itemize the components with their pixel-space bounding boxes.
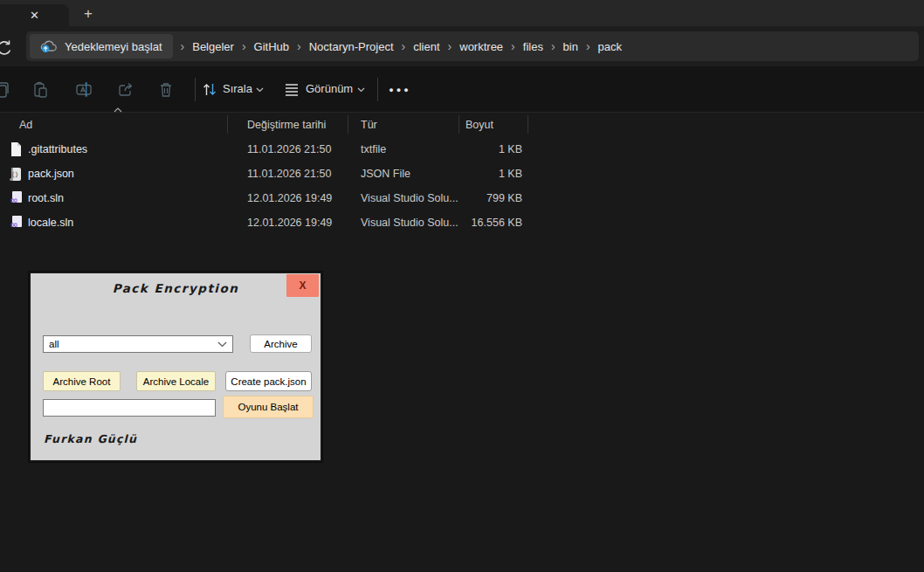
breadcrumb-item-onedrive[interactable]: Yedeklemeyi başlat bbox=[30, 34, 173, 59]
column-header-modified[interactable]: Değiştirme tarihi bbox=[247, 114, 326, 136]
refresh-icon[interactable] bbox=[0, 38, 13, 57]
file-name[interactable]: .gitattributes bbox=[28, 137, 87, 162]
column-header-size[interactable]: Boyut bbox=[465, 114, 493, 136]
table-row[interactable]: ∞ locale.sln 12.01.2026 19:49 Visual Stu… bbox=[0, 210, 559, 235]
table-row[interactable]: .gitattributes 11.01.2026 21:50 txtfile … bbox=[0, 137, 559, 162]
command-toolbar: Sırala Görünüm ●●● bbox=[0, 66, 924, 113]
chevron-down-icon bbox=[217, 341, 227, 348]
navigation-bar: Yedeklemeyi başlat › Belgeler › GitHub ›… bbox=[0, 26, 924, 66]
visual-studio-file-icon: ∞ bbox=[9, 215, 23, 230]
file-modified: 12.01.2026 19:49 bbox=[247, 186, 332, 210]
toolbar-divider bbox=[377, 78, 378, 101]
target-select-value: all bbox=[49, 339, 59, 349]
sort-icon bbox=[202, 81, 217, 98]
column-divider[interactable] bbox=[459, 115, 459, 134]
svg-text:{}: {} bbox=[11, 171, 18, 178]
view-icon bbox=[284, 81, 300, 97]
tab-close-icon[interactable]: ✕ bbox=[24, 8, 45, 23]
chevron-down-icon bbox=[357, 87, 365, 93]
dialog-title: Pack Encryption bbox=[31, 281, 321, 295]
breadcrumb-label[interactable]: Yedeklemeyi başlat bbox=[65, 40, 162, 53]
breadcrumb-item-bin[interactable]: bin bbox=[563, 40, 578, 53]
dialog-close-button[interactable]: X bbox=[286, 274, 319, 297]
column-divider[interactable] bbox=[227, 115, 228, 134]
column-divider[interactable] bbox=[348, 115, 348, 134]
file-size: 799 KB bbox=[437, 186, 522, 210]
delete-icon[interactable] bbox=[158, 81, 174, 98]
column-header-type[interactable]: Tür bbox=[361, 114, 377, 136]
breadcrumb-chevron-icon: › bbox=[440, 40, 460, 52]
chevron-down-icon bbox=[256, 87, 264, 93]
password-input[interactable] bbox=[43, 399, 216, 417]
tab-bar: ✕ + bbox=[0, 0, 924, 26]
column-divider[interactable] bbox=[528, 115, 528, 134]
start-game-button[interactable]: Oyunu Başlat bbox=[223, 396, 314, 418]
breadcrumb-chevron-icon: › bbox=[503, 40, 523, 52]
breadcrumb-item-pack[interactable]: pack bbox=[598, 40, 622, 53]
breadcrumb-chevron-icon: › bbox=[289, 40, 309, 52]
sort-ascending-indicator-icon bbox=[114, 107, 122, 113]
table-row[interactable]: ∞ root.sln 12.01.2026 19:49 Visual Studi… bbox=[0, 186, 559, 210]
breadcrumb-chevron-icon: › bbox=[394, 40, 414, 52]
file-size: 16.556 KB bbox=[437, 210, 522, 235]
file-size: 1 KB bbox=[437, 137, 522, 162]
breadcrumb-chevron-icon: › bbox=[578, 40, 598, 52]
text-file-icon bbox=[9, 141, 23, 157]
archive-button[interactable]: Archive bbox=[250, 334, 312, 353]
column-header-name[interactable]: Ad bbox=[19, 114, 32, 136]
breadcrumb-item-github[interactable]: GitHub bbox=[254, 40, 289, 53]
file-name[interactable]: root.sln bbox=[28, 186, 64, 210]
copy-icon[interactable] bbox=[0, 81, 10, 99]
pack-encryption-dialog: Pack Encryption X all Archive Archive Ro… bbox=[29, 272, 322, 462]
more-options-button[interactable]: ●●● bbox=[388, 79, 412, 101]
file-modified: 12.01.2026 19:49 bbox=[247, 210, 332, 235]
json-file-icon: {} bbox=[9, 166, 23, 182]
explorer-tab[interactable]: ✕ bbox=[0, 4, 69, 26]
view-button[interactable]: Görünüm bbox=[306, 82, 353, 95]
rename-icon[interactable] bbox=[75, 81, 93, 98]
new-tab-button[interactable]: + bbox=[77, 3, 100, 24]
breadcrumb-item-worktree[interactable]: worktree bbox=[459, 40, 503, 53]
create-pack-json-button[interactable]: Create pack.json bbox=[225, 371, 312, 391]
archive-locale-button[interactable]: Archive Locale bbox=[136, 371, 216, 391]
target-select[interactable]: all bbox=[43, 335, 233, 353]
breadcrumb-item-files[interactable]: files bbox=[523, 40, 543, 53]
breadcrumb-item-client[interactable]: client bbox=[413, 40, 439, 53]
file-name[interactable]: pack.json bbox=[28, 162, 74, 186]
breadcrumb-chevron-icon: › bbox=[234, 40, 254, 52]
breadcrumb-chevron-icon: › bbox=[173, 40, 193, 52]
file-size: 1 KB bbox=[437, 162, 522, 186]
breadcrumb-chevron-icon: › bbox=[543, 40, 563, 52]
table-row[interactable]: {} pack.json 11.01.2026 21:50 JSON File … bbox=[0, 162, 559, 186]
breadcrumb-item-noctaryn-project[interactable]: Noctaryn-Project bbox=[309, 40, 394, 53]
svg-text:∞: ∞ bbox=[10, 195, 17, 205]
file-name[interactable]: locale.sln bbox=[28, 210, 73, 235]
share-icon[interactable] bbox=[117, 81, 134, 98]
toolbar-divider bbox=[195, 78, 196, 101]
onedrive-backup-icon bbox=[40, 40, 57, 53]
svg-text:∞: ∞ bbox=[10, 219, 17, 230]
author-signature: Furkan Güçlü bbox=[44, 432, 137, 445]
sort-button[interactable]: Sırala bbox=[223, 82, 252, 95]
visual-studio-file-icon: ∞ bbox=[9, 190, 23, 205]
paste-icon[interactable] bbox=[32, 81, 49, 98]
archive-root-button[interactable]: Archive Root bbox=[43, 371, 121, 391]
file-modified: 11.01.2026 21:50 bbox=[247, 137, 331, 162]
file-type: JSON File bbox=[361, 162, 410, 186]
breadcrumb-item-belgeler[interactable]: Belgeler bbox=[192, 40, 234, 53]
file-modified: 11.01.2026 21:50 bbox=[247, 162, 331, 186]
file-type: txtfile bbox=[361, 137, 386, 162]
breadcrumb[interactable]: Yedeklemeyi başlat › Belgeler › GitHub ›… bbox=[26, 31, 919, 61]
